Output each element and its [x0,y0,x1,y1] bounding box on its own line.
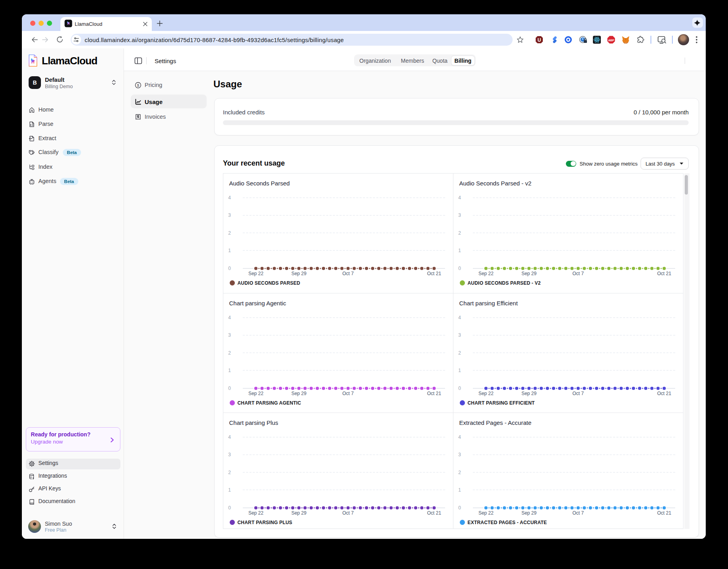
svg-text:CHART PARSING AGENTIC: CHART PARSING AGENTIC [238,400,301,406]
svg-text:AUDIO SECONDS PARSED - V2: AUDIO SECONDS PARSED - V2 [468,280,541,286]
svg-text:0: 0 [458,386,461,391]
svg-text:1: 1 [458,368,461,373]
svg-text:$: $ [137,83,139,87]
svg-text:3: 3 [458,452,461,457]
svg-text:Sep 29: Sep 29 [291,510,306,516]
svg-text:0: 0 [228,266,231,271]
svg-text:1: 1 [458,487,461,493]
svg-text:3: 3 [228,332,231,338]
svg-text:4: 4 [458,434,461,440]
svg-text:AUDIO SECONDS PARSED: AUDIO SECONDS PARSED [238,280,300,286]
svg-text:3: 3 [458,332,461,338]
svg-text:Oct 7: Oct 7 [343,271,354,276]
svg-text:Sep 22: Sep 22 [248,510,263,516]
svg-text:Oct 21: Oct 21 [427,510,441,516]
svg-text:Oct 21: Oct 21 [657,391,672,396]
svg-text:2: 2 [228,470,231,475]
svg-text:2: 2 [458,350,461,356]
svg-text:1: 1 [228,368,231,373]
svg-text:3: 3 [458,212,461,218]
svg-text:Oct 7: Oct 7 [573,510,584,516]
svg-text:2: 2 [458,230,461,236]
svg-text:Oct 21: Oct 21 [427,271,441,276]
svg-text:Chart parsing Efficient: Chart parsing Efficient [459,300,518,307]
svg-text:Oct 7: Oct 7 [343,510,354,516]
svg-text:4: 4 [228,195,231,201]
svg-text:ABP: ABP [608,39,614,42]
svg-text:4: 4 [458,315,461,320]
svg-text:Sep 22: Sep 22 [248,391,263,396]
svg-text:Oct 21: Oct 21 [657,510,672,516]
svg-text:3: 3 [228,452,231,457]
svg-text:0: 0 [458,266,461,271]
svg-text:Sep 29: Sep 29 [291,271,306,276]
svg-text:2: 2 [228,350,231,356]
svg-text:2: 2 [228,230,231,236]
svg-text:CHART PARSING PLUS: CHART PARSING PLUS [238,520,292,525]
svg-text:Sep 22: Sep 22 [478,271,494,276]
svg-text:Audio Seconds Parsed: Audio Seconds Parsed [229,180,290,187]
svg-text:Oct 7: Oct 7 [343,391,354,396]
svg-text:0: 0 [458,505,461,511]
svg-text:CHART PARSING EFFICIENT: CHART PARSING EFFICIENT [468,400,535,406]
svg-text:4: 4 [458,195,461,201]
svg-text:1: 1 [228,248,231,253]
svg-text:2: 2 [458,470,461,475]
svg-text:Sep 29: Sep 29 [521,510,536,516]
svg-text:Sep 29: Sep 29 [291,391,306,396]
svg-text:Sep 22: Sep 22 [478,510,494,516]
svg-text:Sep 22: Sep 22 [478,391,494,396]
svg-text:4: 4 [228,434,231,440]
svg-text:4: 4 [228,315,231,320]
svg-text:Oct 7: Oct 7 [573,391,584,396]
svg-text:Extracted Pages - Accurate: Extracted Pages - Accurate [459,419,532,426]
svg-text:0: 0 [228,505,231,511]
svg-text:EXTRACTED PAGES - ACCURATE: EXTRACTED PAGES - ACCURATE [468,520,547,525]
svg-text:Oct 21: Oct 21 [657,271,672,276]
svg-text:1: 1 [458,248,461,253]
svg-text:Chart parsing Agentic: Chart parsing Agentic [229,300,287,307]
svg-text:U: U [538,37,541,43]
svg-text:0: 0 [228,386,231,391]
svg-text:Audio Seconds Parsed - v2: Audio Seconds Parsed - v2 [459,180,532,187]
svg-text:Sep 22: Sep 22 [248,271,263,276]
svg-text:Chart parsing Plus: Chart parsing Plus [229,419,278,426]
svg-text:Oct 21: Oct 21 [427,391,441,396]
svg-text:1: 1 [228,487,231,493]
svg-text:Sep 29: Sep 29 [521,271,536,276]
svg-text:Oct 7: Oct 7 [573,271,584,276]
svg-text:3: 3 [228,212,231,218]
svg-text:Sep 29: Sep 29 [521,391,536,396]
